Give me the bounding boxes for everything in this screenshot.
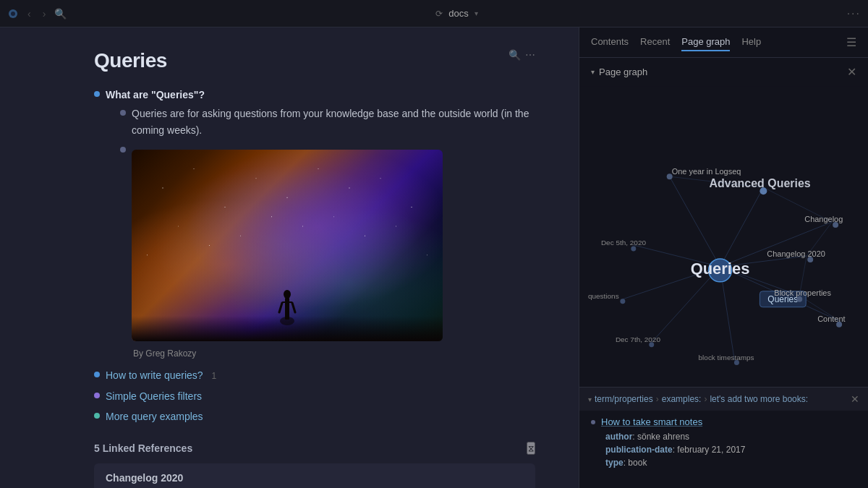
breadcrumb-item[interactable]: let's add two more books: — [710, 394, 808, 404]
list-item: By Greg Rakozy — [120, 142, 535, 359]
graph-svg: One year in Logseq Advanced Queries Chan… — [579, 86, 868, 387]
svg-line-6 — [279, 303, 282, 312]
nav-back-button[interactable]: ‹ — [25, 7, 34, 21]
bullet-icon — [94, 372, 100, 377]
item-text[interactable]: More query examples — [106, 411, 203, 422]
page-graph-label: Page graph — [599, 67, 647, 77]
linked-references: 5 Linked References ⧖ Changelog 2020 ▶ D… — [94, 442, 535, 488]
bullet-content: How to write queries? 1 — [106, 367, 535, 383]
linked-refs-header: 5 Linked References ⧖ — [94, 442, 535, 455]
item-text: Queries are for asking questions from yo… — [132, 108, 529, 135]
list-item: How to write queries? 1 — [94, 367, 535, 383]
note-properties: author: sönke ahrens publication-date: f… — [591, 432, 856, 479]
item-text[interactable]: Simple Queries filters — [106, 390, 202, 402]
property-type: type: book — [605, 458, 845, 468]
bullet-content: Simple Queries filters — [106, 388, 535, 404]
search-button[interactable]: 🔍 — [54, 8, 67, 20]
collapse-icon[interactable]: ▾ — [591, 68, 595, 76]
property-val-pubdate: february 21, 2017 — [677, 445, 745, 455]
breadcrumb-separator: › — [704, 394, 707, 404]
svg-point-42 — [796, 296, 802, 302]
bullet-content: Queries are for asking questions from yo… — [132, 106, 535, 138]
bottom-panel-header: ▾ term/properties › examples: › let's ad… — [579, 388, 868, 411]
bottom-panel: ▾ term/properties › examples: › let's ad… — [579, 387, 868, 488]
smart-note-link[interactable]: How to take smart notes — [601, 416, 702, 427]
close-graph-button[interactable]: ✕ — [847, 65, 856, 79]
svg-text:Dec 5th, 2020: Dec 5th, 2020 — [601, 239, 647, 247]
svg-point-30 — [631, 246, 636, 251]
property-key-pubdate: publication-date — [605, 445, 673, 455]
svg-point-1 — [11, 12, 15, 16]
filter-button[interactable]: ⧖ — [527, 442, 535, 455]
page-graph-header: ▾ Page graph ✕ — [579, 58, 868, 86]
graph-name: docs — [448, 8, 468, 19]
breadcrumb-item[interactable]: term/properties — [595, 394, 653, 404]
svg-rect-3 — [285, 298, 289, 320]
image-caption: By Greg Rakozy — [132, 348, 535, 359]
property-pub-date: publication-date: february 21, 2017 — [605, 445, 845, 455]
property-key-type: type — [605, 458, 624, 468]
topbar-right: ··· — [847, 7, 861, 20]
svg-text:Block properties: Block properties — [774, 288, 831, 297]
bullet-content: What are "Queries"? Queries are for aski… — [106, 87, 535, 363]
smart-note-item: How to take smart notes — [591, 416, 856, 427]
bullet-icon — [120, 110, 126, 116]
page-more-button[interactable]: ⋯ — [525, 49, 535, 61]
ref-card: Changelog 2020 ▶ Dec 29th, 2020 ▶ Featur… — [94, 463, 535, 488]
page-graph-section: ▾ Page graph ✕ — [579, 58, 868, 387]
list-item: What are "Queries"? Queries are for aski… — [94, 87, 535, 363]
topbar-left: ‹ › 🔍 — [7, 7, 67, 21]
bottom-content: How to take smart notes author: sönke ah… — [579, 411, 868, 488]
right-panel-nav: Contents Recent Page graph Help ☰ — [579, 27, 868, 58]
tab-recent[interactable]: Recent — [640, 33, 670, 51]
bullet-icon — [94, 413, 100, 419]
bullet-icon — [120, 147, 126, 153]
page-title: Queries — [94, 49, 167, 72]
graph-caret-icon: ▾ — [475, 9, 478, 17]
page-actions: 🔍 ⋯ — [509, 49, 535, 61]
property-val-author: sönke ahrens — [637, 432, 689, 442]
svg-text:Queries: Queries — [691, 260, 750, 278]
list-item: Simple Queries filters — [94, 388, 535, 404]
svg-rect-5 — [282, 301, 292, 303]
item-text: What are "Queries"? — [106, 89, 205, 100]
breadcrumb-nav: ▾ term/properties › examples: › let's ad… — [588, 394, 808, 404]
sync-icon: ⟳ — [435, 9, 443, 19]
left-panel: Queries 🔍 ⋯ What are "Queries"? Queries … — [0, 27, 579, 488]
close-panel-button[interactable]: ✕ — [851, 393, 859, 405]
graph-canvas: One year in Logseq Advanced Queries Chan… — [579, 86, 868, 387]
bullet-content: By Greg Rakozy — [132, 142, 535, 359]
svg-text:Content: Content — [817, 314, 845, 323]
list-item: More query examples — [94, 408, 535, 424]
property-author: author: sönke ahrens — [605, 432, 845, 442]
galaxy-image — [132, 150, 443, 341]
content-list: What are "Queries"? Queries are for aski… — [94, 87, 535, 424]
svg-text:Dec 7th, 2020: Dec 7th, 2020 — [616, 335, 661, 343]
property-val-type: book — [628, 458, 647, 468]
svg-text:One year in Logseq: One year in Logseq — [672, 167, 741, 176]
bullet-content: More query examples — [106, 408, 535, 424]
svg-text:Changelog: Changelog — [804, 215, 843, 223]
more-options-button[interactable]: ··· — [847, 7, 861, 20]
tab-help[interactable]: Help — [741, 33, 761, 51]
breadcrumb-item[interactable]: examples: — [662, 394, 702, 404]
nav-forward-button[interactable]: › — [40, 7, 49, 21]
smart-note-bullet — [591, 420, 595, 424]
svg-point-4 — [284, 290, 291, 299]
svg-point-38 — [620, 299, 625, 304]
page-search-button[interactable]: 🔍 — [509, 49, 521, 61]
topbar: ‹ › 🔍 ⟳ docs ▾ ··· — [0, 0, 868, 27]
bullet-icon — [94, 91, 100, 97]
item-text[interactable]: How to write queries? — [106, 369, 203, 381]
tab-contents[interactable]: Contents — [591, 33, 629, 51]
svg-text:block timestamps: block timestamps — [699, 354, 754, 361]
tab-page-graph[interactable]: Page graph — [681, 33, 730, 51]
svg-text:questions: questions — [588, 292, 619, 300]
collapse-icon[interactable]: ▾ — [588, 395, 592, 403]
nav-menu-button[interactable]: ☰ — [846, 35, 856, 49]
page-graph-title-row: ▾ Page graph — [591, 67, 647, 77]
nested-list: Queries are for asking questions from yo… — [120, 106, 535, 359]
app-logo-icon — [7, 8, 19, 20]
property-key-author: author — [605, 432, 632, 442]
breadcrumb-separator: › — [656, 394, 659, 404]
